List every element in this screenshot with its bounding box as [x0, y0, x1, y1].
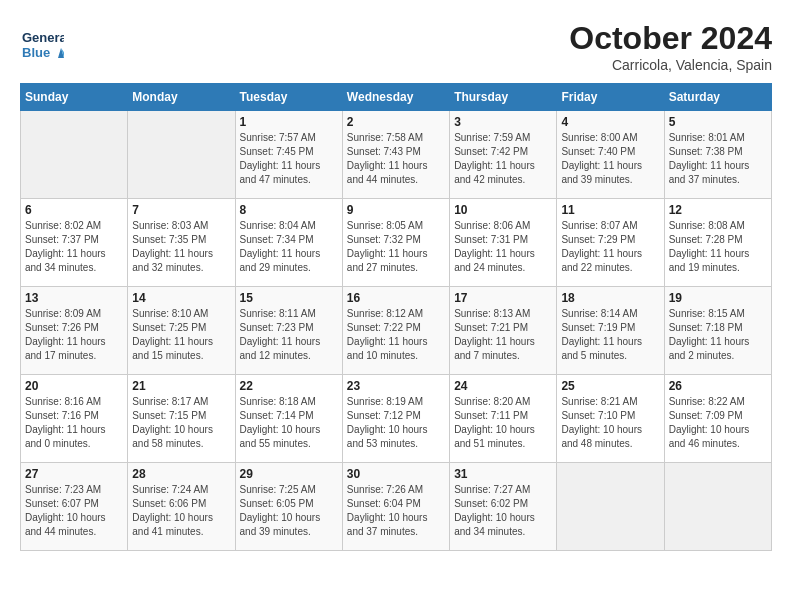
- calendar-cell: 4Sunrise: 8:00 AM Sunset: 7:40 PM Daylig…: [557, 111, 664, 199]
- day-info: Sunrise: 7:59 AM Sunset: 7:42 PM Dayligh…: [454, 131, 552, 187]
- title-block: October 2024 Carricola, Valencia, Spain: [569, 20, 772, 73]
- day-info: Sunrise: 8:10 AM Sunset: 7:25 PM Dayligh…: [132, 307, 230, 363]
- calendar-cell: 27Sunrise: 7:23 AM Sunset: 6:07 PM Dayli…: [21, 463, 128, 551]
- calendar-cell: 15Sunrise: 8:11 AM Sunset: 7:23 PM Dayli…: [235, 287, 342, 375]
- day-info: Sunrise: 8:08 AM Sunset: 7:28 PM Dayligh…: [669, 219, 767, 275]
- weekday-header-wednesday: Wednesday: [342, 84, 449, 111]
- calendar-cell: 22Sunrise: 8:18 AM Sunset: 7:14 PM Dayli…: [235, 375, 342, 463]
- day-number: 31: [454, 467, 552, 481]
- day-info: Sunrise: 7:57 AM Sunset: 7:45 PM Dayligh…: [240, 131, 338, 187]
- location: Carricola, Valencia, Spain: [569, 57, 772, 73]
- weekday-header-monday: Monday: [128, 84, 235, 111]
- day-number: 28: [132, 467, 230, 481]
- day-number: 13: [25, 291, 123, 305]
- day-info: Sunrise: 8:15 AM Sunset: 7:18 PM Dayligh…: [669, 307, 767, 363]
- day-number: 18: [561, 291, 659, 305]
- calendar-cell: 26Sunrise: 8:22 AM Sunset: 7:09 PM Dayli…: [664, 375, 771, 463]
- day-info: Sunrise: 8:17 AM Sunset: 7:15 PM Dayligh…: [132, 395, 230, 451]
- svg-text:Blue: Blue: [22, 45, 50, 60]
- calendar-cell: 18Sunrise: 8:14 AM Sunset: 7:19 PM Dayli…: [557, 287, 664, 375]
- logo: General Blue: [20, 20, 68, 64]
- day-info: Sunrise: 8:03 AM Sunset: 7:35 PM Dayligh…: [132, 219, 230, 275]
- day-info: Sunrise: 7:26 AM Sunset: 6:04 PM Dayligh…: [347, 483, 445, 539]
- calendar-cell: 12Sunrise: 8:08 AM Sunset: 7:28 PM Dayli…: [664, 199, 771, 287]
- day-number: 12: [669, 203, 767, 217]
- day-number: 1: [240, 115, 338, 129]
- day-number: 26: [669, 379, 767, 393]
- calendar-cell: 31Sunrise: 7:27 AM Sunset: 6:02 PM Dayli…: [450, 463, 557, 551]
- day-number: 8: [240, 203, 338, 217]
- day-info: Sunrise: 8:21 AM Sunset: 7:10 PM Dayligh…: [561, 395, 659, 451]
- day-info: Sunrise: 7:24 AM Sunset: 6:06 PM Dayligh…: [132, 483, 230, 539]
- day-number: 25: [561, 379, 659, 393]
- calendar-cell: 14Sunrise: 8:10 AM Sunset: 7:25 PM Dayli…: [128, 287, 235, 375]
- day-number: 19: [669, 291, 767, 305]
- calendar-cell: 2Sunrise: 7:58 AM Sunset: 7:43 PM Daylig…: [342, 111, 449, 199]
- weekday-header-sunday: Sunday: [21, 84, 128, 111]
- calendar-cell: 17Sunrise: 8:13 AM Sunset: 7:21 PM Dayli…: [450, 287, 557, 375]
- calendar-cell: 28Sunrise: 7:24 AM Sunset: 6:06 PM Dayli…: [128, 463, 235, 551]
- day-info: Sunrise: 8:04 AM Sunset: 7:34 PM Dayligh…: [240, 219, 338, 275]
- day-number: 27: [25, 467, 123, 481]
- calendar-cell: 3Sunrise: 7:59 AM Sunset: 7:42 PM Daylig…: [450, 111, 557, 199]
- day-info: Sunrise: 8:16 AM Sunset: 7:16 PM Dayligh…: [25, 395, 123, 451]
- day-number: 29: [240, 467, 338, 481]
- calendar-cell: 24Sunrise: 8:20 AM Sunset: 7:11 PM Dayli…: [450, 375, 557, 463]
- calendar-cell: 25Sunrise: 8:21 AM Sunset: 7:10 PM Dayli…: [557, 375, 664, 463]
- day-number: 15: [240, 291, 338, 305]
- calendar-cell: 8Sunrise: 8:04 AM Sunset: 7:34 PM Daylig…: [235, 199, 342, 287]
- day-info: Sunrise: 8:07 AM Sunset: 7:29 PM Dayligh…: [561, 219, 659, 275]
- day-info: Sunrise: 8:06 AM Sunset: 7:31 PM Dayligh…: [454, 219, 552, 275]
- calendar-cell: 11Sunrise: 8:07 AM Sunset: 7:29 PM Dayli…: [557, 199, 664, 287]
- day-info: Sunrise: 8:14 AM Sunset: 7:19 PM Dayligh…: [561, 307, 659, 363]
- day-number: 3: [454, 115, 552, 129]
- day-info: Sunrise: 8:22 AM Sunset: 7:09 PM Dayligh…: [669, 395, 767, 451]
- calendar-cell: 29Sunrise: 7:25 AM Sunset: 6:05 PM Dayli…: [235, 463, 342, 551]
- calendar-cell: 16Sunrise: 8:12 AM Sunset: 7:22 PM Dayli…: [342, 287, 449, 375]
- day-info: Sunrise: 8:12 AM Sunset: 7:22 PM Dayligh…: [347, 307, 445, 363]
- calendar-cell: 23Sunrise: 8:19 AM Sunset: 7:12 PM Dayli…: [342, 375, 449, 463]
- day-number: 17: [454, 291, 552, 305]
- day-info: Sunrise: 8:01 AM Sunset: 7:38 PM Dayligh…: [669, 131, 767, 187]
- calendar-cell: 7Sunrise: 8:03 AM Sunset: 7:35 PM Daylig…: [128, 199, 235, 287]
- day-info: Sunrise: 7:23 AM Sunset: 6:07 PM Dayligh…: [25, 483, 123, 539]
- calendar-cell: 6Sunrise: 8:02 AM Sunset: 7:37 PM Daylig…: [21, 199, 128, 287]
- day-info: Sunrise: 8:09 AM Sunset: 7:26 PM Dayligh…: [25, 307, 123, 363]
- day-number: 20: [25, 379, 123, 393]
- day-number: 7: [132, 203, 230, 217]
- calendar-cell: 19Sunrise: 8:15 AM Sunset: 7:18 PM Dayli…: [664, 287, 771, 375]
- weekday-header-saturday: Saturday: [664, 84, 771, 111]
- calendar-cell: 30Sunrise: 7:26 AM Sunset: 6:04 PM Dayli…: [342, 463, 449, 551]
- day-info: Sunrise: 8:05 AM Sunset: 7:32 PM Dayligh…: [347, 219, 445, 275]
- month-year: October 2024: [569, 20, 772, 57]
- day-number: 6: [25, 203, 123, 217]
- day-info: Sunrise: 8:11 AM Sunset: 7:23 PM Dayligh…: [240, 307, 338, 363]
- calendar-cell: [128, 111, 235, 199]
- calendar-cell: 5Sunrise: 8:01 AM Sunset: 7:38 PM Daylig…: [664, 111, 771, 199]
- day-number: 5: [669, 115, 767, 129]
- day-number: 11: [561, 203, 659, 217]
- day-info: Sunrise: 8:13 AM Sunset: 7:21 PM Dayligh…: [454, 307, 552, 363]
- day-number: 22: [240, 379, 338, 393]
- day-info: Sunrise: 7:27 AM Sunset: 6:02 PM Dayligh…: [454, 483, 552, 539]
- day-number: 30: [347, 467, 445, 481]
- day-info: Sunrise: 8:00 AM Sunset: 7:40 PM Dayligh…: [561, 131, 659, 187]
- day-info: Sunrise: 8:20 AM Sunset: 7:11 PM Dayligh…: [454, 395, 552, 451]
- day-info: Sunrise: 8:02 AM Sunset: 7:37 PM Dayligh…: [25, 219, 123, 275]
- day-info: Sunrise: 7:25 AM Sunset: 6:05 PM Dayligh…: [240, 483, 338, 539]
- day-info: Sunrise: 8:18 AM Sunset: 7:14 PM Dayligh…: [240, 395, 338, 451]
- weekday-header-tuesday: Tuesday: [235, 84, 342, 111]
- weekday-header-friday: Friday: [557, 84, 664, 111]
- day-number: 23: [347, 379, 445, 393]
- calendar-cell: [557, 463, 664, 551]
- day-number: 2: [347, 115, 445, 129]
- calendar-cell: 1Sunrise: 7:57 AM Sunset: 7:45 PM Daylig…: [235, 111, 342, 199]
- day-info: Sunrise: 8:19 AM Sunset: 7:12 PM Dayligh…: [347, 395, 445, 451]
- weekday-header-thursday: Thursday: [450, 84, 557, 111]
- day-number: 10: [454, 203, 552, 217]
- calendar-cell: 20Sunrise: 8:16 AM Sunset: 7:16 PM Dayli…: [21, 375, 128, 463]
- calendar-cell: 21Sunrise: 8:17 AM Sunset: 7:15 PM Dayli…: [128, 375, 235, 463]
- page-header: General Blue October 2024 Carricola, Val…: [20, 20, 772, 73]
- day-number: 4: [561, 115, 659, 129]
- svg-text:General: General: [22, 30, 64, 45]
